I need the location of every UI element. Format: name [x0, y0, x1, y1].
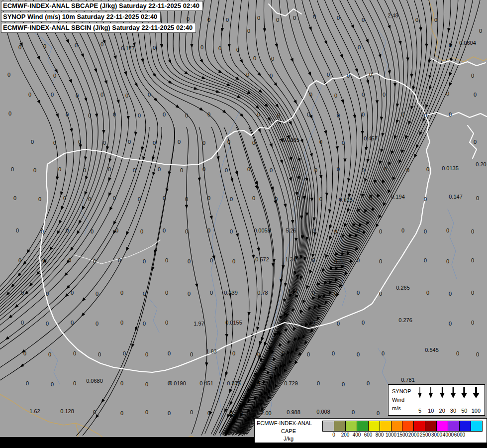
wind-legend-title: SYNOP — [392, 387, 416, 396]
wind-streamlines — [0, 0, 481, 436]
cape-color-swatch — [425, 421, 437, 431]
wind-speed-value: 20 — [439, 408, 445, 414]
cape-color-swatch — [460, 421, 471, 431]
wind-speed-column: 5 — [416, 387, 424, 414]
wind-speed-value: 10 — [428, 408, 434, 414]
wind-legend-subtitle: Wind — [392, 396, 416, 404]
map-canvas — [0, 0, 487, 448]
cape-scale-value: 1000 — [386, 432, 396, 438]
cape-color-swatch — [448, 421, 460, 431]
cape-scale-value: 6000 — [454, 432, 465, 438]
cape-colorbar-values: 0200400600800100015002000250030004000600… — [322, 432, 483, 440]
cape-colorbar-swatches — [322, 421, 483, 432]
cape-legend-subtitle: CAPE — [257, 428, 320, 434]
cape-color-swatch — [437, 421, 448, 431]
cape-scale-value: 600 — [364, 432, 373, 438]
wind-arrow-icon — [472, 387, 480, 399]
cape-scale-value: 0 — [332, 432, 335, 438]
cape-color-swatch — [471, 421, 482, 431]
wind-speed-value: 30 — [450, 408, 456, 414]
wind-arrow-icon — [438, 387, 446, 399]
wind-arrow-icon — [460, 387, 468, 399]
cape-legend-labels: ECMWF-INDEX-ANAL CAPE J/kg — [255, 419, 321, 443]
cape-legend-unit: J/kg — [257, 436, 320, 442]
wind-legend: SYNOP Wind m/s 510203050100 — [388, 384, 485, 416]
wind-speed-column: 100 — [472, 387, 481, 414]
title-bar: ECMWF-INDEX-ANAL SBCAPE (J/kg) Saturday … — [1, 1, 203, 33]
weather-map: 0.1772.480.06040.00050.4570.01350.200.91… — [0, 0, 487, 448]
cape-color-swatch — [323, 421, 334, 431]
country-borders — [40, 4, 487, 372]
cape-scale-value: 2000 — [408, 432, 419, 438]
cape-scale-value: 2500 — [420, 432, 431, 438]
wind-speed-value: 5 — [418, 408, 421, 414]
cape-legend-title: ECMWF-INDEX-ANAL — [257, 420, 320, 426]
title-sbcin: ECMWF-INDEX-ANAL SBCIN (J/kg) Saturday 2… — [1, 23, 196, 33]
cape-color-swatch — [334, 421, 346, 431]
wind-speed-column: 20 — [438, 387, 446, 414]
cape-color-swatch — [369, 421, 380, 431]
wind-speed-column: 10 — [427, 387, 435, 414]
cape-legend: ECMWF-INDEX-ANAL CAPE J/kg 0200400600800… — [254, 418, 487, 443]
cape-scale-value: 4000 — [443, 432, 454, 438]
wind-arrow-icon — [416, 387, 424, 399]
wind-legend-labels: SYNOP Wind m/s — [389, 385, 416, 415]
cape-scale-value: 3000 — [431, 432, 442, 438]
wind-legend-unit: m/s — [392, 404, 416, 413]
cape-color-swatch — [380, 421, 391, 431]
cape-scale-value: 1500 — [397, 432, 408, 438]
cape-scale-value: 200 — [341, 432, 350, 438]
wind-speed-column: 50 — [460, 387, 468, 414]
title-synop-wind: SYNOP Wind (m/s) 10m Saturday 22-11-2025… — [1, 12, 161, 22]
wind-speed-value: 100 — [472, 408, 481, 414]
title-sbcape: ECMWF-INDEX-ANAL SBCAPE (J/kg) Saturday … — [1, 1, 203, 11]
cape-colorbar: 0200400600800100015002000250030004000600… — [321, 419, 487, 443]
cape-color-swatch — [414, 421, 425, 431]
wind-arrow-icon — [427, 387, 435, 399]
cape-color-swatch — [402, 421, 414, 431]
cape-scale-value: 800 — [376, 432, 384, 438]
wind-speed-value: 50 — [461, 408, 467, 414]
cape-scale-value: 400 — [353, 432, 361, 438]
cape-color-swatch — [346, 421, 357, 431]
cape-color-swatch — [357, 421, 369, 431]
wind-arrow-icon — [449, 387, 457, 399]
cape-color-swatch — [391, 421, 403, 431]
wind-legend-scale: 510203050100 — [416, 385, 485, 415]
wind-speed-column: 30 — [449, 387, 457, 414]
